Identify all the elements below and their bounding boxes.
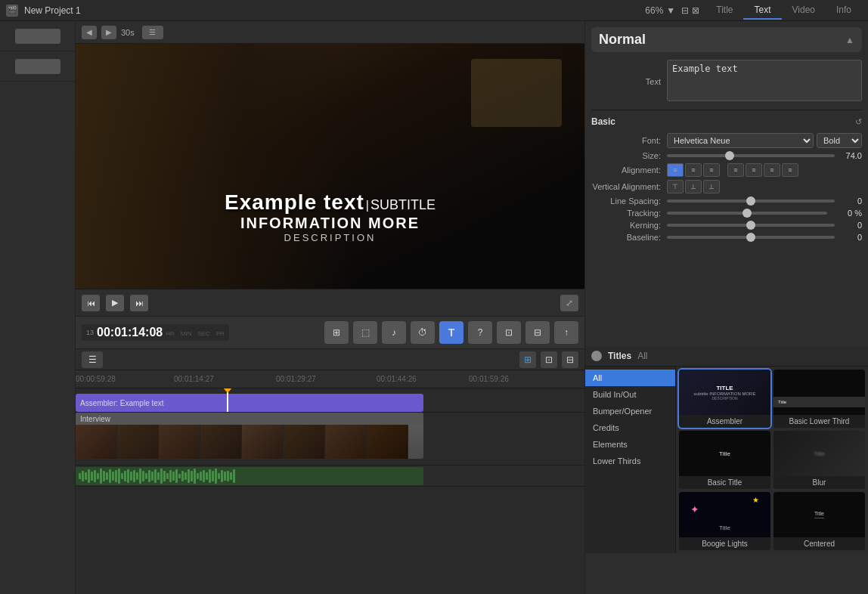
toolbar-text-btn[interactable]: T: [439, 321, 463, 344]
thumb-basic-lower-third[interactable]: Title Basic Lower Third: [773, 370, 865, 428]
line-spacing-slider[interactable]: [667, 200, 835, 203]
view-toggle-2[interactable]: ⊠: [692, 5, 699, 16]
valign-group: ⊤ ⊥ ⊥: [667, 180, 862, 193]
thumb-boogie-lights[interactable]: ✦ ★ Title Boogie Lights: [679, 492, 770, 550]
toolbar-share-btn[interactable]: ↑: [554, 321, 578, 344]
align-center-btn[interactable]: ≡: [685, 163, 702, 177]
kerning-controls: 0: [667, 221, 862, 230]
thumb-blur[interactable]: Title Blur: [773, 431, 865, 489]
size-slider[interactable]: [667, 154, 835, 157]
video-clip[interactable]: [76, 419, 423, 459]
style-dropdown-arrow[interactable]: ▲: [845, 35, 854, 45]
tab-video[interactable]: Video: [782, 2, 826, 20]
font-family-select[interactable]: Helvetica Neue: [667, 133, 814, 148]
thumb-basic-title[interactable]: Title Basic Title: [679, 431, 770, 489]
valign-label: Vertical Alignment:: [591, 182, 667, 191]
alignment-row: Alignment: ≡ ≡ ≡ ≡ ≡ ≡ ≡: [591, 163, 862, 177]
tracking-row: Tracking: 0 %: [591, 209, 862, 218]
zoom-arrow[interactable]: ▼: [666, 5, 675, 16]
category-credits[interactable]: Credits: [585, 419, 675, 436]
category-buildinout[interactable]: Build In/Out: [585, 386, 675, 403]
text-input-wrapper: Example text: [667, 60, 862, 104]
timeline-clip-btn[interactable]: ⊡: [541, 351, 557, 368]
toolbar-retime-btn[interactable]: ⏱: [411, 321, 435, 344]
valign-middle-btn[interactable]: ⊥: [685, 180, 702, 193]
align-left-btn[interactable]: ≡: [667, 163, 684, 177]
main-area: ◀ ▶ 30s ☰ Example text | SUBTITLE INFORM…: [0, 21, 868, 594]
title-clip-label: Assembler: Example text: [76, 399, 169, 407]
audio-clip[interactable]: [76, 467, 423, 485]
preview-video: Example text | SUBTITLE INFORMATION MORE…: [76, 44, 584, 289]
style-selector[interactable]: Normal ▲: [591, 27, 862, 52]
bl-preview: ✦ ★ Title: [679, 492, 770, 537]
preview-bottom: ⏮ ▶ ⏭ ⤢: [76, 289, 584, 316]
timecode-badge: 13 00:01:14:08 HR MIN SEC FR: [82, 324, 229, 341]
category-bumper[interactable]: Bumper/Opener: [585, 403, 675, 419]
titles-close-btn[interactable]: [591, 351, 602, 361]
thumb-assembler[interactable]: TITLE subtitle INFORMATION MORE DESCRIPT…: [679, 370, 770, 428]
font-label: Font:: [591, 136, 667, 145]
timeline-zoom-in[interactable]: ⊞: [519, 351, 536, 368]
transport-skip-back[interactable]: ⏮: [82, 295, 100, 311]
vf-8: [367, 419, 408, 459]
toolbar-split-btn[interactable]: ⊟: [525, 321, 550, 344]
nav-back-btn[interactable]: ◀: [82, 26, 97, 39]
titles-content: All Build In/Out Bumper/Opener Credits E…: [585, 367, 868, 553]
sidebar-btn-1[interactable]: [15, 29, 60, 44]
align-justify-center-btn[interactable]: ≡: [746, 163, 762, 177]
view-toggle-1[interactable]: ⊟: [681, 5, 689, 16]
align-justify-full-btn[interactable]: ≡: [782, 163, 798, 177]
titles-label: Titles: [608, 351, 631, 361]
toolbar: 13 00:01:14:08 HR MIN SEC FR ⊞ ⬚ ♪ ⏱ T ?…: [76, 316, 584, 349]
align-justify-right-btn[interactable]: ≡: [764, 163, 780, 177]
category-lowerthirds[interactable]: Lower Thirds: [585, 453, 675, 469]
toolbar-crop-btn[interactable]: ⬚: [353, 321, 377, 344]
transport-skip-forward[interactable]: ⏭: [130, 295, 148, 311]
valign-bottom-btn[interactable]: ⊥: [703, 180, 720, 193]
sidebar-item-1: [0, 21, 75, 51]
title-track: Assembler: Example text: [76, 388, 584, 413]
baseline-slider[interactable]: [667, 236, 835, 239]
titles-grid: TITLE subtitle INFORMATION MORE DESCRIPT…: [676, 367, 868, 553]
baseline-label: Baseline:: [591, 233, 667, 242]
toolbar-shape-btn[interactable]: ?: [468, 321, 492, 344]
timeline-blade-btn[interactable]: ⊟: [562, 351, 578, 368]
tab-title[interactable]: Title: [705, 2, 743, 20]
align-group: ≡ ≡ ≡ ≡ ≡ ≡ ≡: [667, 163, 862, 177]
kerning-slider[interactable]: [667, 224, 835, 227]
category-all[interactable]: All: [585, 370, 675, 386]
nav-forward-btn[interactable]: ▶: [101, 26, 116, 39]
category-elements[interactable]: Elements: [585, 436, 675, 453]
display-options-btn[interactable]: ☰: [142, 26, 163, 39]
kerning-value: 0: [839, 221, 862, 230]
timeline-view-btn[interactable]: ☰: [82, 351, 103, 368]
tab-text[interactable]: Text: [743, 2, 781, 20]
bt-preview: Title: [679, 431, 770, 476]
basic-reset-btn[interactable]: ↺: [855, 117, 862, 127]
toolbar-audio-btn[interactable]: ♪: [382, 321, 406, 344]
preview-header: ◀ ▶ 30s ☰: [76, 21, 584, 44]
text-textarea[interactable]: Example text: [667, 60, 862, 101]
toolbar-stabilize-btn[interactable]: ⊡: [497, 321, 521, 344]
time-display: 30s: [121, 28, 135, 37]
valign-top-btn[interactable]: ⊤: [667, 180, 684, 193]
toolbar-transform-btn[interactable]: ⊞: [324, 321, 349, 344]
vf-2: [117, 419, 159, 459]
tab-info[interactable]: Info: [826, 2, 862, 20]
text-label: Text: [591, 77, 667, 86]
tracking-slider[interactable]: [667, 212, 827, 215]
vf-7: [325, 419, 367, 459]
assembler-text: TITLE subtitle INFORMATION MORE DESCRIPT…: [694, 385, 756, 401]
frame-num: 13: [86, 329, 94, 336]
thumb-centered[interactable]: Title Centered: [773, 492, 865, 550]
basic-section: Basic ↺ Font: Helvetica Neue Bold R: [591, 113, 862, 242]
fullscreen-btn[interactable]: ⤢: [560, 295, 578, 311]
align-justify-btn[interactable]: ≡: [727, 163, 744, 177]
sidebar-btn-2[interactable]: [15, 59, 60, 74]
centered-text: Title: [814, 511, 824, 518]
align-right-btn[interactable]: ≡: [703, 163, 720, 177]
title-clip[interactable]: Assembler: Example text: [76, 394, 423, 412]
transport-play[interactable]: ▶: [106, 295, 124, 311]
timecode-display: 00:01:14:08: [97, 326, 163, 339]
font-weight-select[interactable]: Bold Regular Italic: [817, 133, 862, 148]
